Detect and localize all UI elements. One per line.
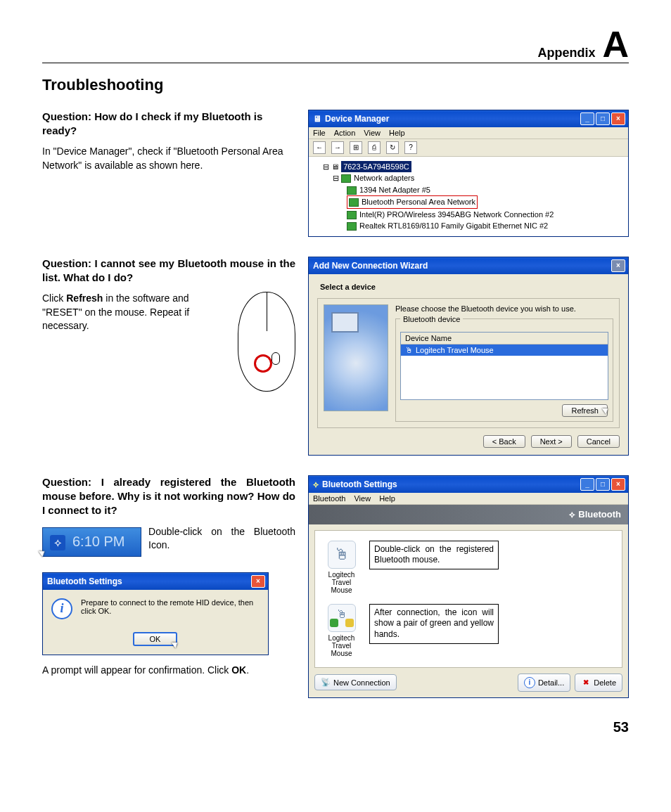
reset-button-highlight — [254, 354, 272, 373]
ok-button[interactable]: OK — [133, 632, 178, 646]
dialog-titlebar[interactable]: Bluetooth Settings × — [43, 573, 268, 590]
device-manager-titlebar[interactable]: 🖥 Device Manager _ □ × — [309, 110, 628, 127]
q3-instruction: Double-click on the Bluetooth Icon. — [148, 525, 295, 553]
device-name: Logitech Travel Mouse — [416, 346, 494, 354]
tree-icon[interactable]: ⊞ — [350, 141, 362, 154]
adapter-category-icon — [341, 174, 351, 183]
nic-icon — [347, 186, 357, 195]
tree-item-bluetooth[interactable]: Bluetooth Personal Area Network — [362, 198, 475, 206]
device-row[interactable]: 🖱 Logitech Travel Mouse — [401, 344, 608, 356]
bluetooth-tray-icon[interactable]: ⟡6:10 PM — [42, 527, 141, 557]
wizard-graphic — [324, 304, 388, 411]
close-button[interactable]: × — [251, 575, 265, 588]
ok-bold: OK — [231, 664, 246, 676]
dialog-title: Bluetooth Settings — [47, 576, 122, 586]
q3-confirm-text: A prompt will appear for confirmation. C… — [42, 664, 295, 678]
q2-question: Question: I cannot see my Bluetooth mous… — [42, 257, 295, 285]
bluetooth-icon: ⟡ — [50, 535, 65, 550]
maximize-button[interactable]: □ — [596, 112, 610, 125]
device-label: Logitech Travel Mouse — [322, 634, 361, 657]
wizard-nav: < Back Next > Cancel — [317, 435, 620, 448]
mouse-diagram — [238, 292, 295, 392]
page-number: 53 — [42, 719, 629, 735]
text: A prompt will appear for confirmation. C… — [42, 664, 231, 676]
back-icon[interactable]: ← — [313, 141, 326, 154]
wizard-title: Add New Connection Wizard — [313, 261, 428, 271]
tree-category[interactable]: Network adapters — [354, 174, 414, 182]
device-list[interactable]: Device Name 🖱 Logitech Travel Mouse — [400, 332, 608, 400]
q1-row: Question: How do I check if my Bluetooth… — [42, 110, 629, 237]
menu-file[interactable]: File — [313, 129, 326, 137]
tree-item[interactable]: Intel(R) PRO/Wireless 3945ABG Network Co… — [359, 210, 554, 219]
tree-item[interactable]: Realtek RTL8169/8110 Family Gigabit Ethe… — [359, 221, 548, 230]
q3-row: Question: I already registered the Bluet… — [42, 475, 629, 698]
antenna-icon: 📡 — [321, 678, 331, 687]
refresh-button[interactable]: Refresh — [562, 404, 608, 417]
menu-action[interactable]: Action — [334, 129, 356, 137]
refresh-bold: Refresh — [66, 292, 103, 304]
bluetooth-settings-window: ⟡ Bluetooth Settings _ □ × Bluetooth Vie… — [308, 475, 629, 698]
info-icon: i — [524, 677, 535, 688]
device-manager-toolbar: ← → ⊞ ⎙ ↻ ? — [309, 139, 628, 157]
bt-settings-title: Bluetooth Settings — [322, 479, 397, 489]
nic-icon — [347, 211, 357, 219]
detail-button[interactable]: i Detail... — [518, 674, 570, 692]
bluetooth-brand: Bluetooth — [578, 509, 621, 520]
minimize-button[interactable]: _ — [580, 478, 594, 491]
nic-icon — [347, 222, 357, 231]
print-icon[interactable]: ⎙ — [368, 141, 381, 154]
bluetooth-logo-icon: ⟡ — [569, 509, 575, 520]
page-header: Appendix A — [42, 28, 629, 63]
device-column-header[interactable]: Device Name — [401, 333, 608, 344]
menu-help[interactable]: Help — [379, 494, 395, 503]
mouse-device-icon: 🖱 — [328, 541, 356, 569]
back-button[interactable]: < Back — [483, 435, 525, 448]
q3-question: Question: I already registered the Bluet… — [42, 475, 295, 518]
device-label: Logitech Travel Mouse — [322, 571, 361, 594]
cursor-icon — [39, 548, 46, 557]
computer-icon: 🖥 — [313, 114, 321, 124]
tree-item[interactable]: 1394 Net Adapter #5 — [359, 186, 430, 194]
forward-icon[interactable]: → — [331, 141, 344, 154]
menu-help[interactable]: Help — [389, 129, 405, 137]
callout-connected: After connection, the icon will show a p… — [369, 604, 499, 644]
minimize-button[interactable]: _ — [580, 112, 594, 125]
text: . — [246, 664, 249, 676]
bluetooth-settings-dialog: Bluetooth Settings × i Prepare to connec… — [42, 572, 269, 655]
properties-icon[interactable]: ? — [404, 141, 417, 154]
delete-button[interactable]: ✖ Delete — [575, 674, 622, 692]
bt-settings-actions: 📡 New Connection i Detail... ✖ Delete — [314, 674, 622, 692]
next-button[interactable]: Next > — [531, 435, 572, 448]
close-button[interactable]: × — [611, 259, 625, 272]
cancel-button[interactable]: Cancel — [577, 435, 620, 448]
device-tree: ⊟ 🖥 7623-5A794B598C ⊟ Network adapters 1… — [313, 161, 624, 232]
device-manager-menubar: File Action View Help — [309, 127, 628, 139]
text: Click — [42, 292, 66, 304]
tree-root[interactable]: 7623-5A794B598C — [341, 161, 411, 173]
fieldset-legend: Bluetooth device — [400, 315, 463, 323]
refresh-icon[interactable]: ↻ — [386, 141, 399, 154]
menu-view[interactable]: View — [364, 129, 381, 137]
wizard-subtitle: Select a device — [320, 283, 620, 291]
delete-label: Delete — [594, 678, 616, 687]
device-item-connected[interactable]: 🖱 Logitech Travel Mouse — [322, 604, 361, 657]
close-button[interactable]: × — [611, 112, 625, 125]
appendix-letter: A — [602, 28, 629, 61]
menu-view[interactable]: View — [354, 494, 371, 503]
new-connection-button[interactable]: 📡 New Connection — [314, 674, 397, 690]
device-item-mouse[interactable]: 🖱 Logitech Travel Mouse — [322, 541, 361, 594]
new-connection-label: New Connection — [333, 678, 390, 687]
mouse-icon: 🖱 — [405, 346, 413, 354]
connected-hands-icon: 🖱 — [328, 604, 356, 632]
menu-bluetooth[interactable]: Bluetooth — [313, 494, 345, 503]
close-button[interactable]: × — [611, 478, 625, 491]
bluetooth-device-fieldset: Bluetooth device Device Name 🖱 Logitech … — [395, 318, 613, 422]
delete-icon: ✖ — [581, 678, 591, 688]
tray-time: 6:10 PM — [72, 534, 124, 549]
wizard-titlebar[interactable]: Add New Connection Wizard × — [309, 257, 628, 274]
maximize-button[interactable]: □ — [596, 478, 610, 491]
q1-question: Question: How do I check if my Bluetooth… — [42, 110, 295, 138]
bt-settings-titlebar[interactable]: ⟡ Bluetooth Settings _ □ × — [309, 476, 628, 493]
wizard-instruction: Please choose the Bluetooth device you w… — [395, 304, 613, 313]
highlighted-item: Bluetooth Personal Area Network — [347, 195, 478, 209]
